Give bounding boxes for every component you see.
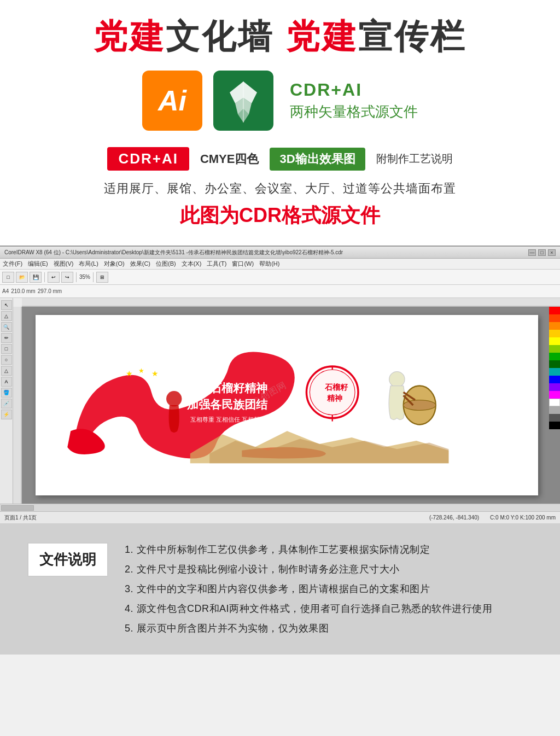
- page-wrapper: 党建文化墙 党建宣传栏 Ai: [0, 0, 560, 655]
- palette-magenta[interactable]: [549, 391, 560, 399]
- palette-yellow-orange[interactable]: [549, 330, 560, 337]
- format-line1: CDR+AI: [290, 80, 418, 100]
- tag-3d: 3D输出效果图: [270, 148, 365, 171]
- format-text: CDR+AI 两种矢量格式源文件: [290, 80, 418, 121]
- tool-ellipse[interactable]: ○: [1, 355, 12, 365]
- minimize-button[interactable]: —: [528, 249, 536, 256]
- tool-text[interactable]: A: [1, 377, 12, 387]
- canvas-with-ruler-v: ★ ★ ★ 传承石榴籽精神 加强各民族团结: [13, 307, 560, 504]
- menu-file[interactable]: 文件(F): [3, 260, 22, 268]
- tool-polygon[interactable]: △: [1, 366, 12, 376]
- palette-blue[interactable]: [549, 376, 560, 383]
- palette-yellow[interactable]: [549, 337, 560, 345]
- palette-white[interactable]: [549, 399, 560, 406]
- palette-green[interactable]: [549, 353, 560, 360]
- tag-cdr-ai: CDR+AI: [107, 147, 189, 171]
- toolbar-grid[interactable]: ⊞: [96, 272, 108, 283]
- svg-text:石榴籽: 石榴籽: [324, 383, 348, 392]
- svg-point-12: [166, 391, 182, 406]
- title-middle: 文化墙: [166, 17, 285, 55]
- object-bar: A4 210.0 mm 297.0 mm: [0, 285, 560, 298]
- ai-icon: Ai: [142, 71, 202, 131]
- icons-row: Ai CDR+AI 两种矢量格式源文件: [33, 71, 527, 131]
- screenshot-area: CoreIDRAW X8 (64 位) - C:\Users\Administr…: [0, 246, 560, 523]
- note-item-3: 3. 文件中的文字和图片内容仅供参考，图片请根据自己的文案和图片: [125, 579, 533, 599]
- file-note-label: 文件说明: [27, 542, 108, 577]
- toolbar-open[interactable]: 📂: [16, 272, 28, 283]
- scrollbar-thumb[interactable]: [1, 505, 34, 511]
- palette-gray[interactable]: [549, 406, 560, 414]
- menu-help[interactable]: 帮助(H): [259, 260, 279, 268]
- menu-bitmap[interactable]: 位图(B): [156, 260, 176, 268]
- svg-rect-7: [13, 307, 22, 504]
- ruler-v-svg: [13, 307, 22, 504]
- ruler-vertical: [13, 307, 22, 504]
- note-item-1: 1. 文件中所标制作工艺仅供参考，具体制作工艺要根据实际情况制定: [125, 540, 533, 559]
- cdr-note: 此图为CDR格式源文件: [33, 202, 527, 229]
- title-bar-text: CoreIDRAW X8 (64 位) - C:\Users\Administr…: [4, 249, 343, 256]
- toolbar-redo[interactable]: ↪: [61, 272, 73, 283]
- coordinates: (-728.246, -841.340): [429, 515, 479, 521]
- title-bar: CoreIDRAW X8 (64 位) - C:\Users\Administr…: [0, 247, 560, 259]
- menu-window[interactable]: 窗口(W): [232, 260, 254, 268]
- toolbar: □ 📂 💾 ↩ ↪ 35% ⊞: [0, 270, 560, 285]
- scrollbar-horizontal[interactable]: [0, 504, 560, 511]
- palette-teal[interactable]: [549, 368, 560, 376]
- color-palette-strip: [549, 307, 560, 504]
- palette-black[interactable]: [549, 422, 560, 429]
- palette-dark-green[interactable]: [549, 360, 560, 368]
- palette-red[interactable]: [549, 307, 560, 314]
- palette-yellow-green[interactable]: [549, 345, 560, 353]
- svg-text:★: ★: [125, 369, 132, 378]
- main-title: 党建文化墙 党建宣传栏: [33, 16, 527, 57]
- menu-effects[interactable]: 效果(C): [130, 260, 150, 268]
- menu-layout[interactable]: 布局(L): [79, 260, 98, 268]
- close-button[interactable]: ×: [548, 249, 556, 256]
- palette-orange[interactable]: [549, 322, 560, 330]
- cdr-icon-svg: [219, 76, 268, 125]
- status-bar: 页面1 / 共1页 (-728.246, -841.340) C:0 M:0 Y…: [0, 511, 560, 523]
- tool-zoom[interactable]: 🔍: [1, 322, 12, 332]
- toolbar-new[interactable]: □: [2, 272, 14, 283]
- tool-eyedrop[interactable]: 💉: [1, 399, 12, 408]
- canvas-area-wrap: ★ ★ ★ 传承石榴籽精神 加强各民族团结: [13, 298, 560, 504]
- tool-fill[interactable]: 🪣: [1, 388, 12, 398]
- svg-text:传承石榴籽精神: 传承石榴籽精神: [186, 382, 267, 395]
- ai-icon-label: Ai: [158, 84, 186, 117]
- top-section: 党建文化墙 党建宣传栏 Ai: [0, 0, 560, 246]
- svg-rect-5: [22, 298, 560, 307]
- note-item-5: 5. 展示页中所含图片并不为实物，仅为效果图: [125, 618, 533, 638]
- tool-rect[interactable]: □: [1, 344, 12, 354]
- width-input: 210.0 mm: [11, 288, 35, 294]
- bottom-section: 文件说明 1. 文件中所标制作工艺仅供参考，具体制作工艺要根据实际情况制定 2.…: [0, 523, 560, 655]
- menu-text[interactable]: 文本(X): [182, 260, 202, 268]
- menu-object[interactable]: 对象(O): [104, 260, 125, 268]
- tool-freehand[interactable]: ✏: [1, 333, 12, 343]
- maximize-button[interactable]: □: [538, 249, 546, 256]
- palette-purple[interactable]: [549, 383, 560, 391]
- toolbox: ↖ △ 🔍 ✏ □ ○ △ A 🪣 💉 ⚡: [0, 298, 13, 504]
- menu-tools[interactable]: 工具(T): [207, 260, 226, 268]
- menu-view[interactable]: 视图(V): [54, 260, 74, 268]
- title-end: 宣传栏: [358, 17, 466, 55]
- svg-text:互相尊重  互相信任  互相帮助  共同发展: 互相尊重 互相信任 互相帮助 共同发展: [190, 416, 291, 423]
- notes-list: 1. 文件中所标制作工艺仅供参考，具体制作工艺要根据实际情况制定 2. 文件尺寸…: [125, 540, 533, 638]
- canvas-content: ★ ★ ★ 传承石榴籽精神 加强各民族团结: [22, 307, 560, 504]
- tool-interactive[interactable]: ⚡: [1, 410, 12, 419]
- tag-cmyk: CMYE四色: [200, 151, 259, 167]
- svg-point-17: [310, 370, 355, 415]
- toolbar-undo[interactable]: ↩: [48, 272, 60, 283]
- toolbar-sep1: [44, 272, 45, 282]
- note-item-4: 4. 源文件包含CDR和AI两种文件格式，使用者可自行选择自己熟悉的软件进行使用: [125, 599, 533, 618]
- toolbar-save[interactable]: 💾: [30, 272, 42, 283]
- ruler-horizontal: [22, 298, 560, 307]
- menu-edit[interactable]: 编辑(E): [28, 260, 48, 268]
- title-dangjan-1: 党建: [94, 17, 166, 55]
- palette-orange-red[interactable]: [549, 314, 560, 322]
- tool-node[interactable]: △: [1, 311, 12, 321]
- note-item-2: 2. 文件尺寸是投稿比例缩小设计，制作时请务必注意尺寸大小: [125, 559, 533, 579]
- canvas-wrapper: ↖ △ 🔍 ✏ □ ○ △ A 🪣 💉 ⚡: [0, 298, 560, 504]
- tool-select[interactable]: ↖: [1, 300, 12, 310]
- palette-dark-gray[interactable]: [549, 414, 560, 422]
- design-svg: ★ ★ ★ 传承石榴籽精神 加强各民族团结: [61, 333, 513, 477]
